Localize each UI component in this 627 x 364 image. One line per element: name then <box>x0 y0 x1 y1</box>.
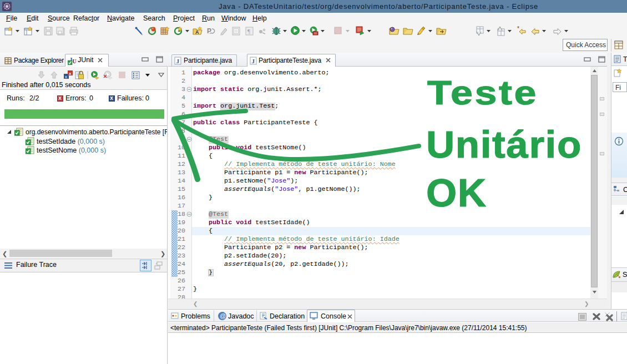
svg-text:x: x <box>69 71 72 76</box>
svg-text:*: * <box>517 26 519 32</box>
svg-text:¶: ¶ <box>247 28 250 34</box>
svg-text:J: J <box>252 58 255 64</box>
svg-text:U: U <box>73 58 77 64</box>
svg-text:J: J <box>176 58 180 64</box>
svg-text:x: x <box>65 74 67 79</box>
svg-text:P: P <box>207 27 211 35</box>
